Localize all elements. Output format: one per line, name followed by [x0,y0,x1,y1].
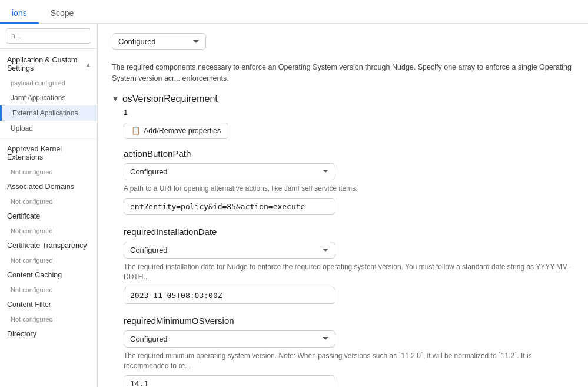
sidebar-sublabel: Not configured [11,257,53,264]
top-configured-dropdown[interactable]: Configured Not Configured [112,33,206,50]
sidebar-item-not-configured-1: Not configured [0,165,97,179]
main-layout: Application & Custom Settings ▲ payload … [0,24,588,387]
sidebar-item-external-applications[interactable]: External Applications [0,105,97,121]
main-description: The required components necessary to enf… [112,62,574,84]
sidebar-sublabel: Not configured [11,198,53,205]
field-requiredMinimumOSVersion: requiredMinimumOSVersion Configured Not … [124,316,574,387]
tab-ions[interactable]: ions [0,4,39,24]
field-label-actionButtonPath: actionButtonPath [124,148,574,158]
collapse-button[interactable]: ▼ [112,95,119,103]
sidebar-item-payload-configured: payload configured [0,76,97,90]
sidebar-item-label: External Applications [12,109,78,117]
section-header: ▼ osVersionRequirement [112,94,574,104]
field-desc-actionButtonPath: A path to a URI for opening alternative … [124,184,574,194]
sidebar-item-approved-kernel-extensions[interactable]: Approved Kernel Extensions [0,141,97,165]
sidebar-item-label: Certificate Transparency [7,242,87,250]
dropdown-actionButtonPath[interactable]: Configured Not Configured [124,163,335,180]
top-dropdown-container: Configured Not Configured [112,33,574,50]
sidebar-item-not-configured-4: Not configured [0,253,97,267]
chevron-up-icon: ▲ [85,61,91,68]
field-label-requiredMinimumOSVersion: requiredMinimumOSVersion [124,316,574,326]
sidebar-item-not-configured-3: Not configured [0,224,97,238]
sidebar-item-label: Content Caching [7,271,62,279]
tab-scope[interactable]: Scope [39,4,86,24]
app-container: ions Scope Application & Custom Settings… [0,0,588,387]
sidebar-item-label: Directory [7,330,36,338]
field-requiredInstallationDate: requiredInstallationDate Configured Not … [124,227,574,304]
sidebar-item-upload[interactable]: Upload [0,121,97,136]
sidebar-section: Application & Custom Settings ▲ payload … [0,49,97,345]
sidebar-sublabel: Not configured [11,286,53,293]
sidebar-search-input[interactable] [6,28,91,44]
sidebar-item-label: Content Filter [7,300,51,309]
sidebar-item-app-custom-settings[interactable]: Application & Custom Settings ▲ [0,52,97,76]
sidebar: Application & Custom Settings ▲ payload … [0,24,98,387]
field-desc-requiredInstallationDate: The required installation date for Nudge… [124,262,574,282]
sidebar-sublabel: Not configured [11,168,53,176]
sidebar-item-not-configured-5: Not configured [0,283,97,297]
sidebar-item-not-configured-6: Not configured [0,312,97,326]
sidebar-item-label: Associated Domains [7,183,74,191]
sidebar-item-label: Application & Custom Settings [7,56,85,72]
sidebar-item-content-filter[interactable]: Content Filter [0,297,97,312]
sidebar-item-jamf-applications[interactable]: Jamf Applications [0,90,97,105]
document-icon: 📋 [131,126,141,135]
sidebar-sublabel: Not configured [11,316,53,323]
sidebar-item-not-configured-2: Not configured [0,194,97,209]
input-requiredMinimumOSVersion[interactable] [124,375,335,387]
sidebar-search-container [0,24,97,49]
content-area: Configured Not Configured The required c… [98,24,588,387]
sidebar-item-certificate[interactable]: Certificate [0,209,97,224]
field-desc-requiredMinimumOSVersion: The required minimum operating system ve… [124,351,574,371]
dropdown-requiredInstallationDate[interactable]: Configured Not Configured [124,242,335,259]
sidebar-item-label: Approved Kernel Extensions [7,145,91,161]
section-title: osVersionRequirement [122,94,218,104]
field-actionButtonPath: actionButtonPath Configured Not Configur… [124,148,574,216]
sidebar-item-label: Jamf Applications [11,94,65,102]
sidebar-item-label: Upload [11,124,33,133]
sidebar-divider [0,138,97,139]
sidebar-sublabel: payload configured [11,80,65,87]
sidebar-item-content-caching[interactable]: Content Caching [0,267,97,283]
section-number: 1 [112,108,574,117]
add-remove-properties-button[interactable]: 📋 Add/Remove properties [124,123,228,139]
sidebar-item-associated-domains[interactable]: Associated Domains [0,179,97,194]
sidebar-item-label: Certificate [7,212,40,220]
dropdown-requiredMinimumOSVersion[interactable]: Configured Not Configured [124,330,335,348]
input-requiredInstallationDate[interactable] [124,287,335,304]
input-actionButtonPath[interactable] [124,198,335,215]
top-tabs: ions Scope [0,0,588,24]
sidebar-item-certificate-transparency[interactable]: Certificate Transparency [0,238,97,253]
add-remove-label: Add/Remove properties [144,127,221,135]
fields-container: actionButtonPath Configured Not Configur… [112,148,574,388]
sidebar-sublabel: Not configured [11,227,53,234]
field-label-requiredInstallationDate: requiredInstallationDate [124,227,574,237]
content-inner: Configured Not Configured The required c… [98,24,588,387]
sidebar-item-directory[interactable]: Directory [0,326,97,342]
